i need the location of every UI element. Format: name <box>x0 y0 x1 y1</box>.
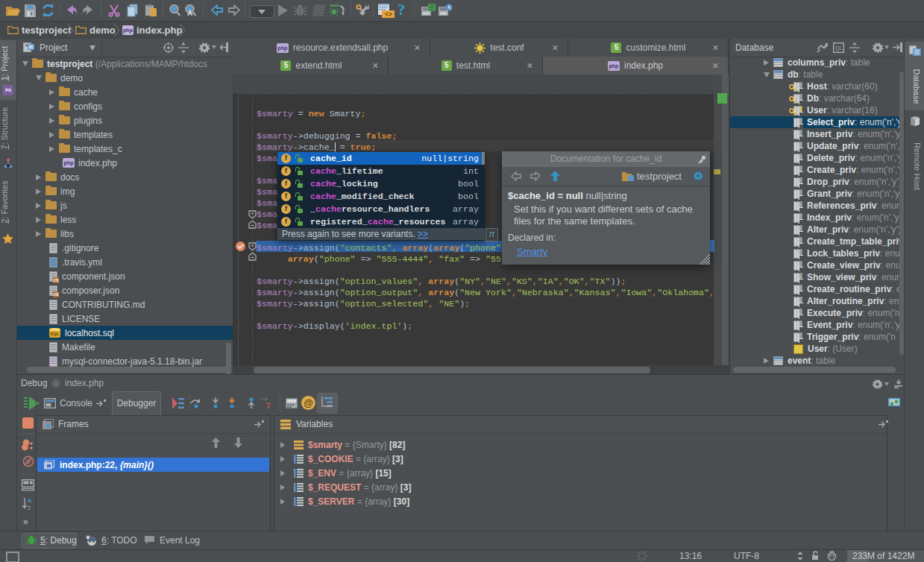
svg-text:<>: <> <box>385 11 392 18</box>
svg-text:A: A <box>187 9 192 17</box>
svg-text:a: a <box>28 496 31 504</box>
svg-text:QL: QL <box>835 45 842 51</box>
svg-text:z: z <box>28 504 31 511</box>
